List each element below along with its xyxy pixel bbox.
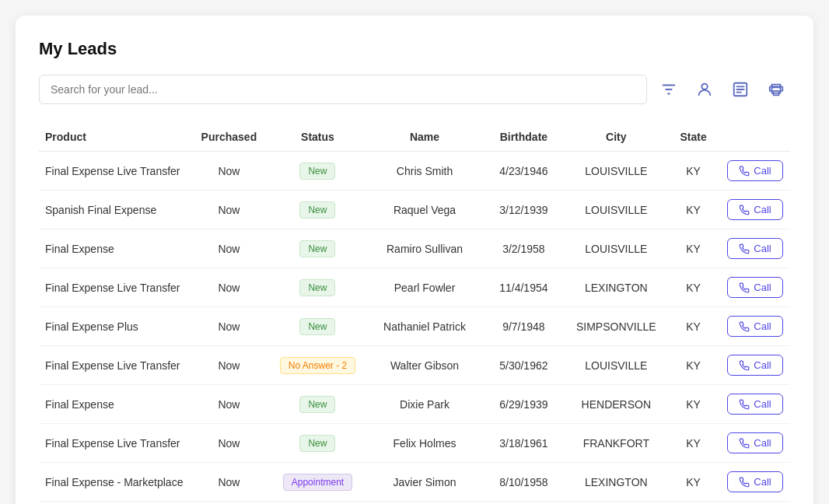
cell-state: KY	[666, 307, 720, 346]
col-header-birthdate: Birthdate	[481, 123, 565, 152]
table-row: Final Expense Now New Ramiro Sullivan 3/…	[39, 229, 790, 268]
status-badge: New	[299, 435, 335, 452]
call-button[interactable]: Call	[727, 160, 782, 181]
cell-status: New	[268, 307, 368, 346]
cell-city: LOUISVILLE	[566, 152, 666, 191]
cell-action: Call	[720, 346, 790, 385]
call-button[interactable]: Call	[727, 199, 782, 220]
cell-purchased: Now	[191, 268, 268, 307]
cell-birthdate: 6/29/1939	[481, 385, 565, 424]
main-container: My Leads	[16, 16, 813, 504]
svg-point-3	[701, 84, 707, 89]
cell-state: KY	[666, 385, 720, 424]
cell-product: Final Expense Plus	[39, 307, 191, 346]
status-badge: New	[299, 240, 335, 257]
cell-state: KY	[666, 229, 720, 268]
phone-icon	[739, 360, 750, 371]
print-button[interactable]	[762, 75, 790, 103]
call-button[interactable]: Call	[727, 471, 782, 492]
cell-action: Call	[720, 152, 790, 191]
csv-button[interactable]	[726, 75, 754, 103]
cell-product: Final Expense Live Transfer	[39, 424, 191, 463]
cell-product: Final Expense	[39, 229, 191, 268]
cell-purchased: Now	[191, 346, 268, 385]
cell-state: KY	[666, 463, 720, 502]
cell-action: Call	[720, 502, 790, 505]
cell-status: Appointment	[268, 463, 368, 502]
cell-purchased: Now	[191, 424, 268, 463]
cell-birthdate: 8/10/1958	[481, 463, 565, 502]
cell-status: New	[268, 229, 368, 268]
cell-state: KY	[666, 346, 720, 385]
cell-purchased: Now	[191, 502, 268, 505]
cell-action: Call	[720, 463, 790, 502]
phone-icon	[739, 243, 750, 254]
cell-state: KY	[666, 152, 720, 191]
cell-name: Pearl Fowler	[368, 268, 481, 307]
cell-city: LOUISVILLE	[566, 346, 666, 385]
status-badge: Appointment	[283, 474, 352, 491]
status-badge: New	[299, 318, 335, 335]
cell-name: Raquel Vega	[368, 191, 481, 229]
table-row: Final Expense - Marketplace Now Appointm…	[39, 463, 790, 502]
cell-product: Final Expense Plus	[39, 502, 191, 505]
search-input[interactable]	[39, 75, 647, 104]
cell-product: Final Expense Live Transfer	[39, 268, 191, 307]
table-row: Final Expense Live Transfer Now New Chri…	[39, 152, 790, 191]
leads-table: Product Purchased Status Name Birthdate …	[39, 123, 790, 504]
status-badge: New	[299, 201, 335, 219]
cell-city: LOUISVILLE	[566, 191, 666, 229]
cell-birthdate: 4/23/1946	[481, 152, 565, 191]
cell-state: KY	[666, 268, 720, 307]
cell-city: LEXINGTON	[566, 463, 666, 502]
cell-city: FRANKFORT	[566, 424, 666, 463]
call-button[interactable]: Call	[727, 355, 782, 376]
cell-purchased: Now	[191, 191, 268, 229]
col-header-status: Status	[268, 123, 368, 152]
filter-icon	[660, 81, 677, 98]
cell-name: Dixie Park	[368, 385, 481, 424]
cell-name: Chris Smith	[368, 152, 481, 191]
cell-action: Call	[720, 424, 790, 463]
col-header-city: City	[566, 123, 666, 152]
call-button[interactable]: Call	[727, 316, 782, 337]
cell-action: Call	[720, 385, 790, 424]
cell-action: Call	[720, 229, 790, 268]
status-badge: New	[299, 279, 335, 296]
cell-status: New	[268, 424, 368, 463]
person-button[interactable]	[691, 75, 719, 103]
cell-name: Nathaniel Patrick	[368, 307, 481, 346]
filter-button[interactable]	[655, 75, 683, 103]
cell-birthdate: 9/7/1948	[481, 307, 565, 346]
cell-product: Final Expense Live Transfer	[39, 152, 191, 191]
cell-city: LOUISVILLE	[566, 502, 666, 505]
call-button[interactable]: Call	[727, 238, 782, 259]
phone-icon	[739, 282, 750, 293]
cell-purchased: Now	[191, 385, 268, 424]
table-row: Final Expense Live Transfer Now New Feli…	[39, 424, 790, 463]
cell-product: Final Expense Live Transfer	[39, 346, 191, 385]
toolbar	[39, 75, 790, 104]
cell-birthdate: 5/30/1962	[481, 346, 565, 385]
col-header-name: Name	[368, 123, 481, 152]
call-button[interactable]: Call	[727, 277, 782, 298]
cell-birthdate: 3/18/1961	[481, 424, 565, 463]
cell-status: Appointment	[268, 502, 368, 505]
cell-name: Javier Simon	[368, 463, 481, 502]
cell-birthdate: 3/12/1939	[481, 191, 565, 229]
cell-status: New	[268, 191, 368, 229]
phone-icon	[739, 321, 750, 332]
cell-birthdate: 11/4/1954	[481, 268, 565, 307]
table-row: Final Expense Now New Dixie Park 6/29/19…	[39, 385, 790, 424]
person-icon	[696, 81, 713, 98]
status-badge: New	[299, 163, 335, 180]
cell-status: No Answer - 2	[268, 346, 368, 385]
cell-status: New	[268, 268, 368, 307]
cell-product: Final Expense - Marketplace	[39, 463, 191, 502]
call-button[interactable]: Call	[727, 432, 782, 453]
cell-birthdate: 3/2/1958	[481, 229, 565, 268]
cell-state: KY	[666, 191, 720, 229]
cell-product: Final Expense	[39, 385, 191, 424]
cell-name: Walter Gibson	[368, 346, 481, 385]
call-button[interactable]: Call	[727, 394, 782, 415]
